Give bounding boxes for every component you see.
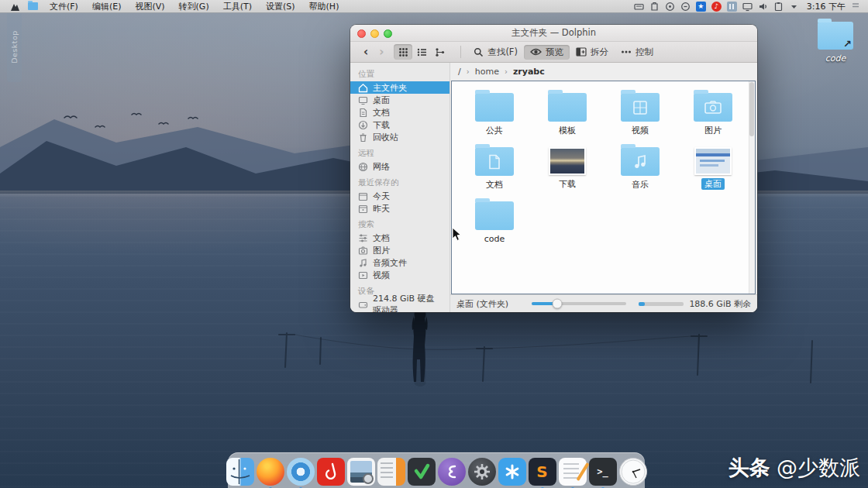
dock-text-editor-icon[interactable] (559, 458, 587, 486)
menu-settings[interactable]: 设置(S) (259, 0, 302, 13)
folder-downloads[interactable]: 下载 (531, 143, 604, 194)
keyboard-icon[interactable] (634, 2, 644, 12)
menu-file[interactable]: 文件(F) (43, 0, 85, 13)
icons-view-button[interactable] (394, 44, 412, 60)
folder-pictures[interactable]: 图片 (677, 89, 749, 140)
minimize-button[interactable] (370, 29, 379, 38)
folder-icon (621, 147, 660, 176)
back-button[interactable]: ‹ (358, 46, 374, 58)
dock-calculator-icon[interactable] (377, 458, 405, 486)
dock-system-settings-icon[interactable] (468, 458, 496, 486)
sidebar-item-search-audio[interactable]: 音频文件 (350, 256, 450, 269)
folder-documents[interactable]: 文档 (458, 143, 531, 194)
menu-tools[interactable]: 工具(T) (216, 0, 259, 13)
sidebar-item-search-videos[interactable]: 视频 (350, 269, 450, 281)
sidebar-item-yesterday[interactable]: 昨天 (350, 202, 450, 215)
folder-view[interactable]: 公共 模板 视频 (451, 81, 756, 294)
dock-antivirus-icon[interactable] (408, 458, 436, 486)
dock-image-viewer-icon[interactable] (347, 458, 375, 486)
distro-logo-icon[interactable] (9, 2, 20, 12)
breadcrumb-user[interactable]: zryabc (513, 67, 545, 77)
symlink-arrow-icon: ↗ (843, 39, 852, 49)
menu-view[interactable]: 视图(V) (128, 0, 171, 13)
dolphin-app-icon[interactable] (28, 2, 38, 10)
calculator-rows-icon (381, 462, 393, 481)
dock-messenger-icon[interactable] (498, 458, 526, 486)
menu-go[interactable]: 转到(G) (172, 0, 216, 13)
dock-terminal-icon[interactable]: >_ (589, 458, 617, 486)
maximize-button[interactable] (384, 29, 392, 38)
global-menubar: 文件(F) 编辑(E) 视图(V) 转到(G) 工具(T) 设置(S) 帮助(H… (0, 0, 868, 13)
dock-clock-icon[interactable] (619, 458, 647, 486)
harddrive-icon (358, 300, 368, 310)
sidebar-item-home[interactable]: 主文件夹 (350, 81, 450, 94)
clock[interactable]: 3:16 下午 (807, 1, 846, 12)
folder-label: 视频 (629, 125, 652, 136)
menu-help[interactable]: 帮助(H) (302, 0, 346, 13)
split-button[interactable]: 拆分 (570, 45, 615, 60)
sidebar-item-documents[interactable]: 文档 (350, 106, 450, 119)
folder-music[interactable]: 音乐 (604, 143, 677, 194)
free-space-text: 188.6 GiB 剩余 (689, 298, 751, 310)
dock-chromium-icon[interactable] (287, 458, 315, 486)
dock-dolphin-icon[interactable] (226, 458, 254, 486)
clipboard-manager-icon[interactable] (649, 2, 660, 12)
list-view-button[interactable] (412, 44, 431, 60)
find-button[interactable]: 查找(F) (467, 45, 524, 60)
wallpaper-poles (256, 316, 868, 393)
gear-icon (472, 462, 492, 482)
green-check-icon (412, 462, 432, 482)
folder-label-selected: 桌面 (701, 178, 725, 190)
magnifier-icon (363, 473, 374, 484)
sidebar-item-today[interactable]: 今天 (350, 190, 450, 202)
folder-icon (475, 147, 514, 176)
sidebar-item-trash[interactable]: 回收站 (350, 131, 450, 143)
folder-videos[interactable]: 视频 (604, 89, 677, 140)
wallpaper-birds (58, 107, 213, 142)
forward-button[interactable]: › (374, 46, 389, 58)
desktop-toolbox[interactable]: Desktop (7, 11, 22, 82)
places-panel: 位置 主文件夹 桌面 文档 下载 (350, 63, 450, 312)
control-button[interactable]: 控制 (615, 45, 660, 60)
folder-desktop[interactable]: 桌面 (677, 143, 749, 194)
folder-templates[interactable]: 模板 (531, 89, 604, 140)
chevron-down-icon[interactable] (789, 2, 799, 12)
fcitx-star-icon[interactable]: ★ (696, 2, 706, 12)
status-circle-icon[interactable] (665, 2, 675, 12)
status-circle2-icon[interactable] (680, 2, 691, 12)
folder-public[interactable]: 公共 (458, 89, 531, 140)
sidebar-item-search-documents[interactable]: 文档 (350, 232, 450, 244)
dock-sublime-text-icon[interactable]: S (529, 458, 556, 486)
breadcrumb-home[interactable]: home (475, 67, 499, 77)
sidebar-item-search-images[interactable]: 图片 (350, 244, 450, 256)
split-label: 拆分 (591, 46, 608, 58)
page-icon (488, 154, 501, 170)
toolbar-separator (460, 46, 461, 58)
breadcrumb-root[interactable]: / (458, 67, 461, 77)
menu-edit[interactable]: 编辑(E) (85, 0, 129, 13)
tree-view-button[interactable] (431, 44, 450, 60)
sidebar-item-network[interactable]: 网络 (350, 160, 450, 173)
dock-firefox-icon[interactable] (257, 458, 284, 486)
dock-netease-music-icon[interactable] (317, 458, 345, 486)
sidebar-item-harddrive[interactable]: 214.8 GiB 硬盘驱动器 (350, 298, 450, 311)
clipboard-icon[interactable] (773, 2, 784, 12)
control-label: 控制 (636, 46, 653, 58)
close-button[interactable] (357, 29, 366, 38)
scrollbar[interactable] (749, 81, 755, 294)
volume-icon[interactable] (758, 2, 768, 12)
netease-tray-icon[interactable]: ♪ (711, 2, 722, 12)
scrollbar-thumb[interactable] (749, 82, 754, 136)
sidebar-item-downloads[interactable]: 下载 (350, 119, 450, 131)
display-icon[interactable] (742, 2, 753, 12)
folder-code[interactable]: code (458, 198, 531, 249)
session-menu-icon[interactable] (851, 1, 860, 12)
preview-button[interactable]: 预览 (524, 45, 570, 60)
zoom-slider[interactable] (532, 302, 626, 305)
dock-emacs-icon[interactable] (438, 458, 466, 486)
desktop-shortcut-code[interactable]: ↗ code (814, 22, 857, 64)
input-method-icon[interactable] (727, 2, 737, 12)
sidebar-item-desktop[interactable]: 桌面 (350, 94, 450, 106)
zoom-slider-knob[interactable] (553, 299, 563, 309)
titlebar[interactable]: 主文件夹 — Dolphin (350, 25, 757, 42)
